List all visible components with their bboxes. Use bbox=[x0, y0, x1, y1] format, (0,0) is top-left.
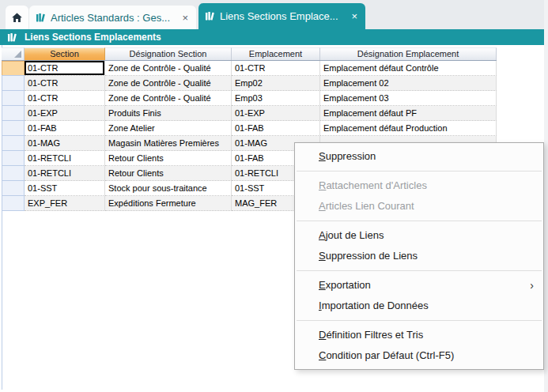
page-title: Liens Sections Emplacements bbox=[25, 32, 161, 43]
column-header-designation-section[interactable]: Désignation Section bbox=[105, 47, 232, 60]
cell-designation-section[interactable]: Retour Clients bbox=[105, 166, 232, 181]
menu-item-definition-filtres-et-tris[interactable]: Définition Filtres et Tris bbox=[295, 325, 543, 345]
column-header-emplacement[interactable]: Emplacement bbox=[232, 47, 320, 60]
cell-designation-section[interactable]: Expéditions Fermeture bbox=[105, 196, 232, 211]
row-selector[interactable] bbox=[2, 195, 25, 211]
row-selector[interactable] bbox=[2, 75, 25, 91]
cell-section[interactable]: 01-SST bbox=[25, 181, 105, 196]
grid-header-row: Section Désignation Section Emplacement … bbox=[2, 47, 497, 61]
cell-designation-section[interactable]: Zone de Contrôle - Qualité bbox=[105, 76, 232, 91]
cell-emplacement[interactable]: 01-CTR bbox=[232, 61, 320, 76]
books-icon bbox=[205, 11, 215, 21]
cell-emplacement[interactable]: 01-EXP bbox=[232, 106, 320, 121]
cell-section[interactable]: 01-EXP bbox=[25, 106, 105, 121]
menu-item-articles-lien-courant[interactable]: Articles Lien Courant bbox=[295, 196, 543, 217]
cell-designation-section[interactable]: Stock pour sous-traitance bbox=[105, 181, 232, 196]
home-icon bbox=[11, 12, 23, 24]
tab-liens-sections[interactable]: Liens Sections Emplace... × bbox=[198, 3, 365, 29]
tab-articles-standards[interactable]: Articles Standards : Ges... × bbox=[29, 6, 196, 29]
menu-item-importation-de-donnees[interactable]: Importation de Données bbox=[295, 296, 543, 316]
cell-emplacement[interactable]: Emp02 bbox=[232, 76, 320, 91]
table-row[interactable]: 01-CTR Zone de Contrôle - Qualité Emp02 … bbox=[2, 76, 497, 91]
cell-section[interactable]: EXP_FER bbox=[25, 196, 105, 211]
application-window: Articles Standards : Ges... × Liens Sect… bbox=[0, 0, 544, 392]
cell-section[interactable]: 01-MAG bbox=[25, 136, 105, 151]
row-selector[interactable] bbox=[2, 150, 25, 166]
row-selector[interactable] bbox=[2, 120, 25, 136]
submenu-arrow-icon: › bbox=[530, 275, 534, 296]
table-row[interactable]: 01-EXP Produits Finis 01-EXP Emplacement… bbox=[2, 106, 497, 121]
cell-section[interactable]: 01-RETCLI bbox=[25, 166, 105, 181]
books-icon bbox=[36, 13, 46, 23]
menu-item-suppression[interactable]: Suppression bbox=[295, 146, 543, 167]
cell-section[interactable]: 01-CTR bbox=[25, 76, 105, 91]
books-icon bbox=[7, 32, 17, 43]
context-menu: Suppression Rattachement d'Articles Arti… bbox=[294, 142, 544, 370]
table-row[interactable]: 01-CTR Zone de Contrôle - Qualité 01-CTR… bbox=[2, 61, 497, 76]
cell-emplacement[interactable]: Emp03 bbox=[232, 91, 320, 106]
column-header-section[interactable]: Section bbox=[25, 47, 105, 60]
window-title-bar: Liens Sections Emplacements bbox=[0, 29, 544, 45]
menu-separator bbox=[297, 270, 542, 271]
tab-bar: Articles Standards : Ges... × Liens Sect… bbox=[0, 0, 544, 29]
row-selector[interactable] bbox=[2, 135, 25, 151]
menu-item-exportation[interactable]: Exportation › bbox=[295, 275, 543, 296]
cell-section[interactable]: 01-RETCLI bbox=[25, 151, 105, 166]
close-icon[interactable]: × bbox=[350, 10, 359, 22]
menu-item-suppression-de-liens[interactable]: Suppression de Liens bbox=[295, 246, 543, 266]
cell-designation-section[interactable]: Zone de Contrôle - Qualité bbox=[105, 61, 232, 76]
tab-label: Liens Sections Emplace... bbox=[220, 10, 345, 22]
menu-item-condition-par-defaut[interactable]: Condition par Défaut (Ctrl-F5) bbox=[295, 345, 543, 366]
close-icon[interactable]: × bbox=[180, 12, 190, 24]
cell-designation-section[interactable]: Zone de Contrôle - Qualité bbox=[105, 91, 232, 106]
menu-separator bbox=[297, 320, 542, 321]
cell-section[interactable]: 01-CTR bbox=[25, 91, 105, 106]
tab-label: Articles Standards : Ges... bbox=[51, 12, 176, 24]
cell-designation-emplacement[interactable]: Emplacement défaut Contrôle bbox=[320, 61, 497, 76]
menu-item-rattachement-articles[interactable]: Rattachement d'Articles bbox=[295, 175, 543, 196]
cell-designation-section[interactable]: Magasin Matières Premières bbox=[105, 136, 232, 151]
cell-section-selected[interactable]: 01-CTR bbox=[25, 61, 105, 76]
row-selector[interactable] bbox=[2, 165, 25, 181]
row-selector[interactable] bbox=[2, 105, 25, 121]
table-row[interactable]: 01-FAB Zone Atelier 01-FAB Emplacement d… bbox=[2, 121, 497, 136]
menu-separator bbox=[297, 171, 542, 172]
menu-item-ajout-de-liens[interactable]: Ajout de Liens bbox=[295, 225, 543, 246]
row-selector-current[interactable] bbox=[2, 61, 25, 76]
column-header-designation-emplacement[interactable]: Désignation Emplacement bbox=[320, 47, 497, 60]
row-selector[interactable] bbox=[2, 90, 25, 106]
menu-separator bbox=[297, 220, 542, 221]
cell-designation-section[interactable]: Retour Clients bbox=[105, 151, 232, 166]
cell-designation-emplacement[interactable]: Emplacement défaut Production bbox=[320, 121, 497, 136]
table-row[interactable]: 01-CTR Zone de Contrôle - Qualité Emp03 … bbox=[2, 91, 497, 106]
corner-triangle-icon bbox=[14, 51, 21, 58]
cell-designation-emplacement[interactable]: Emplacement 03 bbox=[320, 91, 497, 106]
cell-designation-section[interactable]: Produits Finis bbox=[105, 106, 232, 121]
select-all-corner[interactable] bbox=[2, 47, 25, 60]
cell-designation-section[interactable]: Zone Atelier bbox=[105, 121, 232, 136]
cell-section[interactable]: 01-FAB bbox=[25, 121, 105, 136]
cell-designation-emplacement[interactable]: Emplacement 02 bbox=[320, 76, 497, 91]
cell-designation-emplacement[interactable]: Emplacement défaut PF bbox=[320, 106, 497, 121]
tab-home[interactable] bbox=[6, 6, 28, 29]
cell-emplacement[interactable]: 01-FAB bbox=[232, 121, 320, 136]
row-selector[interactable] bbox=[2, 180, 25, 196]
